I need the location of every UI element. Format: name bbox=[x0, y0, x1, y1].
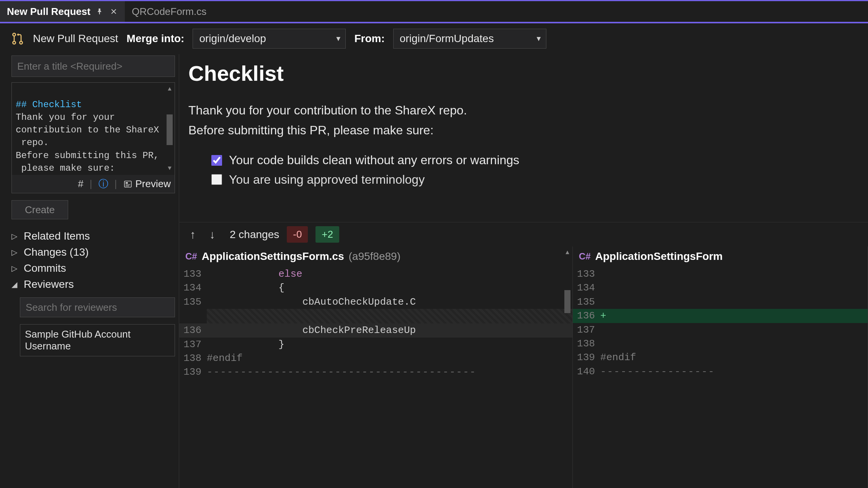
checkbox[interactable] bbox=[211, 155, 222, 166]
pr-toolbar: New Pull Request Merge into: origin/deve… bbox=[0, 23, 868, 54]
line-number: 136 bbox=[179, 323, 207, 337]
changes-count: 2 changes bbox=[230, 228, 279, 241]
tree-label: Commits bbox=[24, 262, 66, 274]
close-icon[interactable] bbox=[110, 7, 118, 16]
diff-scrollbar[interactable]: ▲ bbox=[563, 249, 572, 486]
chevron-down-icon: ▼ bbox=[335, 35, 342, 43]
code-line: 137 bbox=[573, 323, 868, 337]
pr-description-textarea[interactable]: ## Checklist Thank you for your contribu… bbox=[12, 83, 175, 175]
pr-title-input[interactable] bbox=[11, 55, 175, 77]
scroll-thumb[interactable] bbox=[167, 114, 173, 145]
code-text: ----------------- bbox=[600, 365, 868, 379]
create-button[interactable]: Create bbox=[11, 200, 68, 219]
tab-new-pull-request[interactable]: New Pull Request bbox=[0, 1, 125, 22]
left-panel: ## Checklist Thank you for your contribu… bbox=[0, 54, 179, 488]
desc-body: Thank you for your contribution to the S… bbox=[16, 112, 159, 175]
chevron-right-icon: ▷ bbox=[11, 232, 20, 241]
code-text: cbCheckPreReleaseUp bbox=[207, 323, 572, 337]
line-number: 135 bbox=[573, 295, 600, 309]
code-text: else bbox=[207, 267, 572, 281]
checklist-item[interactable]: Your code builds clean without any error… bbox=[188, 153, 859, 167]
preview-paragraph: Before submitting this PR, please make s… bbox=[188, 121, 859, 139]
description-toolbar: # | ⓘ | Preview bbox=[12, 175, 175, 193]
code-text bbox=[600, 337, 868, 351]
diff-code-left[interactable]: 133 else134 {135 cbAutoCheckUpdate.C136 … bbox=[179, 266, 572, 379]
checklist-item[interactable]: You are using approved terminology bbox=[188, 172, 859, 187]
diff-code-right[interactable]: 133134135136+137138139#endif140---------… bbox=[573, 266, 868, 379]
diff-file-header: C# ApplicationSettingsForm.cs (a95f8e89) bbox=[179, 246, 572, 266]
csharp-icon: C# bbox=[579, 251, 591, 262]
merge-into-combo[interactable]: origin/develop ▼ bbox=[193, 29, 346, 49]
tree-label: Changes (13) bbox=[24, 246, 89, 258]
mention-hash-icon[interactable]: # bbox=[78, 178, 83, 190]
svg-point-1 bbox=[13, 41, 15, 44]
preview-heading: Checklist bbox=[188, 61, 859, 86]
chevron-down-icon: ◢ bbox=[11, 280, 20, 289]
scroll-down-arrow-icon[interactable]: ▼ bbox=[168, 164, 172, 173]
preview-toggle[interactable]: Preview bbox=[123, 178, 171, 190]
code-text: cbAutoCheckUpdate.C bbox=[207, 295, 572, 309]
info-icon[interactable]: ⓘ bbox=[98, 177, 108, 191]
code-text: #endif bbox=[600, 351, 868, 364]
svg-rect-6 bbox=[126, 186, 129, 186]
checkbox[interactable] bbox=[211, 174, 222, 185]
line-number: 139 bbox=[573, 351, 600, 364]
code-text bbox=[600, 323, 868, 337]
separator: | bbox=[90, 178, 92, 190]
from-combo[interactable]: origin/FormUpdates ▼ bbox=[393, 29, 546, 49]
chevron-down-icon: ▼ bbox=[535, 35, 542, 43]
from-label: From: bbox=[354, 33, 384, 45]
pin-icon[interactable] bbox=[96, 7, 104, 16]
code-text: { bbox=[207, 281, 572, 295]
csharp-icon: C# bbox=[185, 251, 197, 262]
scroll-up-arrow-icon[interactable]: ▲ bbox=[564, 249, 570, 256]
code-line: 133 else bbox=[179, 267, 572, 281]
code-line: 136 cbCheckPreReleaseUp bbox=[179, 323, 572, 337]
checklist-text: You are using approved terminology bbox=[229, 173, 425, 187]
chevron-right-icon: ▷ bbox=[11, 264, 20, 273]
tree-reviewers[interactable]: ◢ Reviewers bbox=[11, 278, 175, 291]
code-text: ---------------------------------------- bbox=[207, 365, 572, 379]
tree-changes[interactable]: ▷ Changes (13) bbox=[11, 246, 175, 258]
line-number: 139 bbox=[179, 365, 207, 379]
merge-into-value: origin/develop bbox=[199, 33, 266, 45]
right-panel: Checklist Thank you for your contributio… bbox=[179, 54, 868, 488]
code-line: 138 bbox=[573, 337, 868, 351]
pr-description-box: ## Checklist Thank you for your contribu… bbox=[11, 82, 175, 193]
preview-icon bbox=[123, 180, 132, 189]
deletions-badge: -0 bbox=[287, 226, 308, 243]
scroll-up-arrow-icon[interactable]: ▲ bbox=[168, 85, 172, 93]
line-number: 140 bbox=[573, 365, 600, 379]
code-line: 140----------------- bbox=[573, 365, 868, 379]
tab-label: New Pull Request bbox=[7, 6, 90, 18]
reviewer-entry[interactable]: Sample GitHub Account Username bbox=[20, 324, 175, 356]
code-line: 138#endif bbox=[179, 351, 572, 365]
prev-change-arrow-icon[interactable]: ↑ bbox=[187, 227, 199, 243]
tree-related-items[interactable]: ▷ Related Items bbox=[11, 230, 175, 242]
reviewer-search-input[interactable] bbox=[20, 297, 175, 317]
code-line: 136+ bbox=[573, 309, 868, 323]
from-value: origin/FormUpdates bbox=[400, 33, 494, 45]
scroll-thumb[interactable] bbox=[564, 290, 570, 313]
tab-strip: New Pull Request QRCodeForm.cs bbox=[0, 1, 868, 22]
code-line: 135 cbAutoCheckUpdate.C bbox=[179, 295, 572, 309]
code-line: 134 bbox=[573, 281, 868, 295]
line-number: 138 bbox=[573, 337, 600, 351]
svg-point-0 bbox=[13, 33, 15, 36]
next-change-arrow-icon[interactable]: ↓ bbox=[206, 227, 218, 243]
markdown-preview: Checklist Thank you for your contributio… bbox=[179, 54, 868, 222]
code-line: 133 bbox=[573, 267, 868, 281]
tree-commits[interactable]: ▷ Commits bbox=[11, 262, 175, 274]
tree-label: Related Items bbox=[24, 230, 90, 242]
line-number: 138 bbox=[179, 351, 207, 365]
diff-gap-hatch bbox=[207, 309, 572, 323]
code-text bbox=[600, 295, 868, 309]
merge-into-label: Merge into: bbox=[127, 33, 185, 45]
pull-request-icon bbox=[11, 32, 25, 46]
main-split: ## Checklist Thank you for your contribu… bbox=[0, 54, 868, 488]
description-scrollbar[interactable]: ▲ ▼ bbox=[165, 85, 174, 173]
svg-rect-5 bbox=[126, 184, 130, 185]
line-number: 134 bbox=[179, 281, 207, 295]
tab-qrcodeform[interactable]: QRCodeForm.cs bbox=[125, 1, 213, 22]
diff-file-hash: (a95f8e89) bbox=[349, 250, 400, 263]
